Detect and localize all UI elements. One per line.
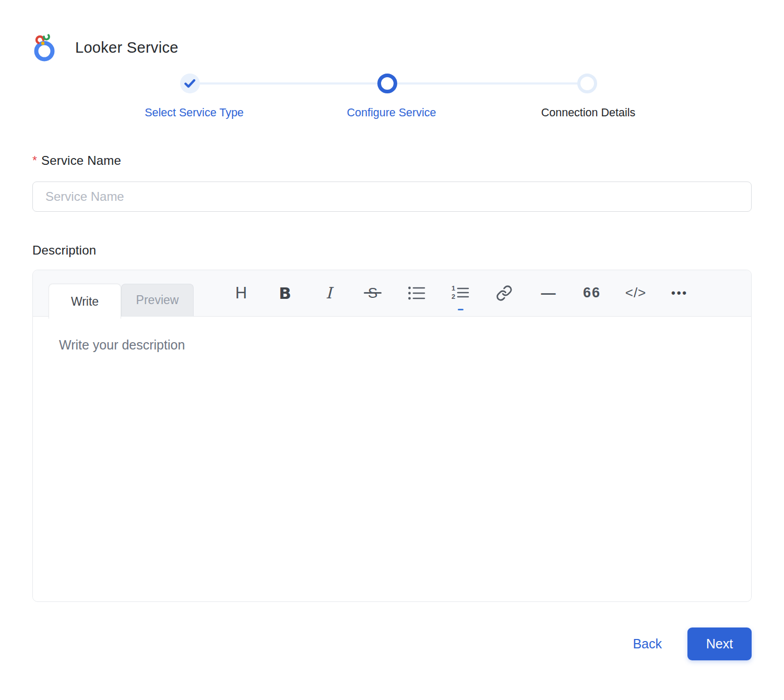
looker-service-wizard: Looker Service Select Service Type Confi…	[0, 0, 784, 700]
step-label-select-service-type[interactable]: Select Service Type	[111, 106, 278, 119]
editor-tabs: Write Preview	[49, 284, 194, 316]
stepper: Select Service Type Configure Service Co…	[32, 74, 752, 124]
strikethrough-icon: S	[368, 285, 378, 301]
page-title: Looker Service	[75, 39, 179, 56]
heading-icon: H	[235, 284, 247, 303]
looker-logo-icon	[32, 33, 57, 62]
tab-preview[interactable]: Preview	[121, 284, 194, 316]
code-button[interactable]: </>	[626, 279, 646, 307]
link-icon	[496, 285, 513, 301]
service-name-label: Service Name	[41, 153, 121, 168]
editor-body	[33, 317, 751, 601]
ordered-list-indicator	[458, 309, 464, 310]
unordered-list-icon	[408, 285, 425, 301]
description-editor: Write Preview H B I S	[32, 270, 752, 602]
editor-toolbar: H B I S	[231, 270, 690, 316]
svg-text:2: 2	[452, 293, 455, 300]
step-circle-configure-service[interactable]	[377, 74, 397, 93]
svg-text:1: 1	[452, 285, 455, 292]
link-button[interactable]	[494, 279, 514, 307]
page-header: Looker Service	[32, 32, 752, 63]
description-textarea[interactable]	[33, 317, 751, 601]
heading-button[interactable]: H	[231, 279, 251, 307]
step-circle-select-service-type[interactable]	[180, 74, 200, 93]
next-button[interactable]: Next	[687, 627, 752, 660]
required-asterisk: *	[32, 154, 37, 168]
editor-header: Write Preview H B I S	[33, 270, 751, 317]
footer-actions: Back Next	[32, 627, 752, 660]
more-icon: •••	[671, 286, 688, 300]
ordered-list-button[interactable]: 1 2	[450, 279, 470, 307]
back-button[interactable]: Back	[633, 636, 662, 651]
quote-button[interactable]: 66	[582, 279, 602, 307]
bold-button[interactable]: B	[275, 279, 295, 307]
italic-icon: I	[326, 284, 332, 302]
tab-write[interactable]: Write	[49, 284, 121, 319]
check-icon	[184, 79, 196, 88]
service-name-input[interactable]	[32, 182, 752, 212]
step-label-configure-service[interactable]: Configure Service	[308, 106, 475, 119]
italic-button[interactable]: I	[319, 279, 339, 307]
code-icon: </>	[625, 285, 647, 301]
horizontal-rule-button[interactable]: —	[538, 279, 558, 307]
description-label: Description	[32, 243, 96, 258]
strikethrough-button[interactable]: S	[363, 279, 383, 307]
quote-icon: 66	[583, 285, 601, 301]
service-name-label-row: * Service Name	[32, 153, 752, 168]
description-label-row: Description	[32, 243, 752, 258]
ordered-list-icon: 1 2	[452, 285, 469, 301]
horizontal-rule-icon: —	[541, 285, 555, 301]
bold-icon: B	[279, 284, 291, 303]
unordered-list-button[interactable]	[407, 279, 426, 307]
step-circle-connection-details[interactable]	[577, 74, 597, 93]
more-options-button[interactable]: •••	[670, 279, 690, 307]
step-label-connection-details[interactable]: Connection Details	[505, 106, 672, 119]
